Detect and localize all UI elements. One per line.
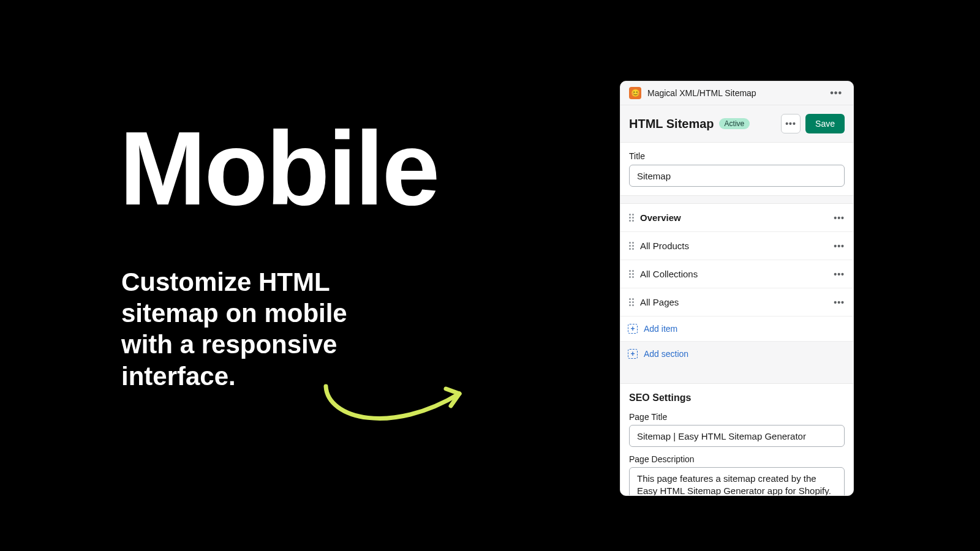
list-item[interactable]: All Pages ••• [620, 288, 853, 317]
list-item-label: All Products [640, 241, 827, 251]
drag-handle-icon[interactable] [629, 242, 634, 250]
list-item[interactable]: All Products ••• [620, 232, 853, 260]
title-input[interactable] [629, 165, 845, 187]
seo-settings-section: SEO Settings Page Title Page Description [620, 383, 853, 496]
app-icon: 😊 [629, 87, 641, 99]
title-section: Title [620, 142, 853, 196]
page-description-label: Page Description [629, 454, 845, 464]
drag-handle-icon[interactable] [629, 298, 634, 306]
app-titlebar-title: Magical XML/HTML Sitemap [647, 88, 827, 98]
list-item-label: All Collections [640, 269, 827, 279]
hero-subtitle: Customize HTML sitemap on mobile with a … [121, 266, 366, 392]
list-item-label: Overview [640, 212, 827, 223]
drag-handle-icon[interactable] [629, 270, 634, 278]
list-item-more-icon[interactable]: ••• [834, 298, 845, 307]
list-item-label: All Pages [640, 297, 827, 307]
save-button[interactable]: Save [805, 114, 845, 133]
page-description-input[interactable] [629, 467, 845, 496]
add-section-label: Add section [644, 349, 688, 359]
list-item-more-icon[interactable]: ••• [834, 241, 845, 251]
app-window: 😊 Magical XML/HTML Sitemap ••• HTML Site… [620, 81, 854, 496]
arrow-decoration [318, 377, 478, 438]
list-item-more-icon[interactable]: ••• [834, 213, 845, 223]
list-item-more-icon[interactable]: ••• [834, 269, 845, 279]
list-item[interactable]: All Collections ••• [620, 260, 853, 288]
title-label: Title [629, 151, 845, 161]
page-title: HTML Sitemap [629, 117, 714, 131]
add-icon: + [628, 349, 638, 359]
add-section-button[interactable]: + Add section [620, 342, 853, 366]
hero-title: Mobile [119, 116, 438, 220]
drag-handle-icon[interactable] [629, 214, 634, 222]
sitemap-sections-list: Overview ••• All Products ••• All Collec… [620, 203, 853, 366]
header-more-button[interactable]: ••• [781, 114, 801, 133]
list-item[interactable]: Overview ••• [620, 204, 853, 232]
titlebar-more-icon[interactable]: ••• [827, 88, 845, 99]
app-header: HTML Sitemap Active ••• Save [620, 105, 853, 142]
page-title-input[interactable] [629, 425, 845, 447]
add-item-label: Add item [644, 324, 677, 334]
app-titlebar: 😊 Magical XML/HTML Sitemap ••• [620, 81, 853, 105]
status-badge: Active [719, 118, 750, 129]
seo-settings-heading: SEO Settings [629, 392, 845, 403]
add-item-button[interactable]: + Add item [620, 317, 853, 342]
add-icon: + [628, 324, 638, 334]
page-title-label: Page Title [629, 412, 845, 422]
